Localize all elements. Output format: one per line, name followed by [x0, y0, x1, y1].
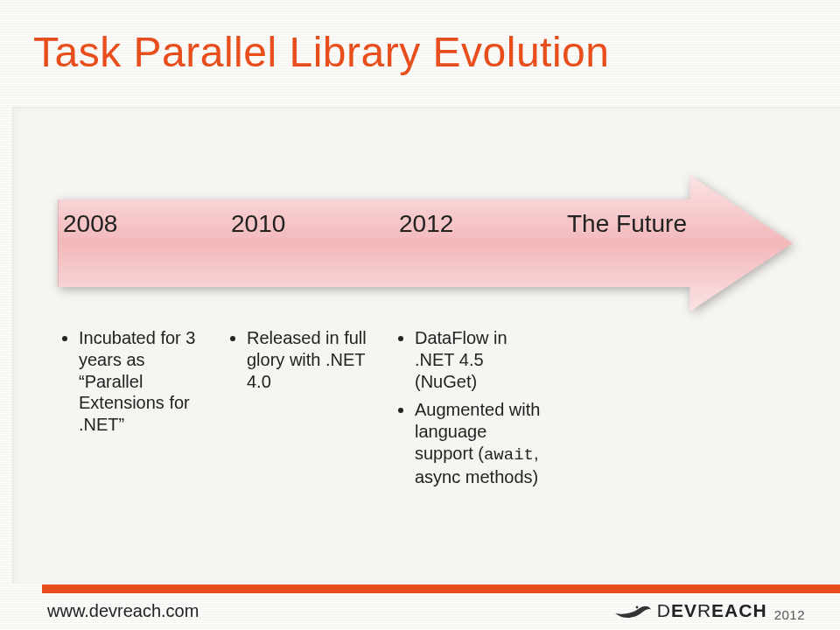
slide-title: Task Parallel Library Evolution	[33, 28, 609, 76]
col-body: DataFlow in .NET 4.5 (NuGet) Augmented w…	[399, 327, 550, 487]
list-item: DataFlow in .NET 4.5 (NuGet)	[415, 327, 550, 392]
timeline-col-2010: 2010 Released in full glory with .NET 4.…	[231, 208, 382, 494]
list-item: Augmented with language support (await, …	[415, 399, 550, 487]
timeline-col-2008: 2008 Incubated for 3 years as “Parallel …	[63, 208, 214, 494]
footer-logo: DEVREACH 2012	[613, 597, 805, 625]
slide: Task Parallel Library Evolution 2008 Inc…	[0, 0, 840, 630]
col-body: Incubated for 3 years as “Parallel Exten…	[63, 327, 214, 436]
brand-text: DEVREACH	[657, 600, 767, 621]
col-head: 2008	[63, 208, 214, 273]
col-body: Released in full glory with .NET 4.0	[231, 327, 382, 392]
devreach-logo-icon	[613, 601, 652, 620]
col-head: 2010	[231, 208, 382, 273]
col-head: The Future	[567, 208, 718, 273]
svg-point-0	[635, 606, 638, 609]
brand-year: 2012	[774, 607, 805, 622]
code-token: await	[484, 445, 534, 465]
timeline-col-2012: 2012 DataFlow in .NET 4.5 (NuGet) Augmen…	[399, 208, 550, 494]
list-item: Released in full glory with .NET 4.0	[247, 327, 382, 392]
footer-accent-bar	[42, 584, 840, 593]
col-head: 2012	[399, 208, 550, 273]
list-item: Incubated for 3 years as “Parallel Exten…	[79, 327, 214, 436]
timeline-columns: 2008 Incubated for 3 years as “Parallel …	[63, 208, 746, 494]
timeline-col-future: The Future	[567, 208, 718, 494]
footer-url: www.devreach.com	[47, 601, 199, 621]
